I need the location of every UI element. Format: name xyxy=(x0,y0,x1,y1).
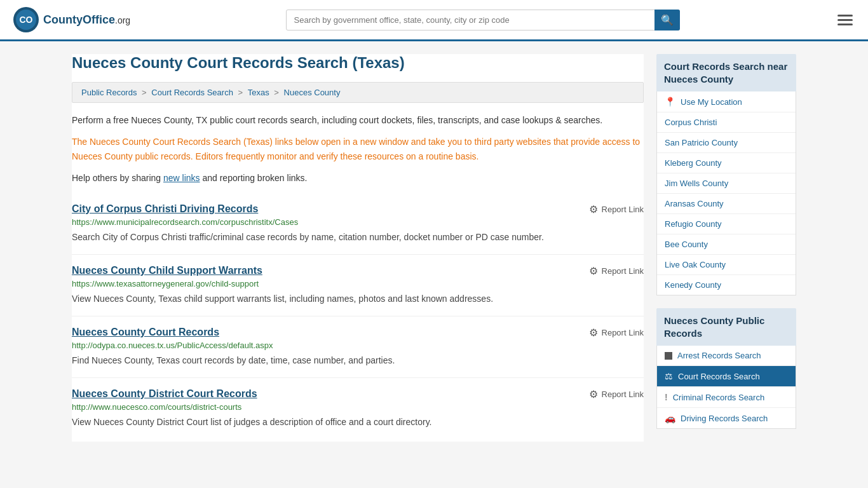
result-title-1[interactable]: City of Corpus Christi Driving Records xyxy=(72,203,258,215)
sidebar-item-san-patricio[interactable]: San Patricio County xyxy=(657,133,796,153)
report-icon-3: ⚙ xyxy=(589,327,598,339)
result-url-2: https://www.texasattorneygeneral.gov/chi… xyxy=(72,279,644,288)
sidebar-item-refugio[interactable]: Refugio County xyxy=(657,214,796,234)
search-area: 🔍 xyxy=(286,10,680,30)
sidebar-label-live-oak: Live Oak County xyxy=(665,260,726,269)
sidebar-item-jim-wells[interactable]: Jim Wells County xyxy=(657,173,796,194)
driving-records-label: Driving Records Search xyxy=(681,414,768,423)
breadcrumb: Public Records > Court Records Search > … xyxy=(72,82,644,103)
sidebar-label-kenedy: Kenedy County xyxy=(665,280,721,290)
report-link-2[interactable]: ⚙ Report Link xyxy=(589,265,644,277)
sidebar-item-corpus-christi[interactable]: Corpus Christi xyxy=(657,112,796,133)
sidebar: Court Records Search near Nueces County … xyxy=(656,54,796,442)
result-header-2: Nueces County Child Support Warrants ⚙ R… xyxy=(72,265,644,279)
description-1: Perform a free Nueces County, TX public … xyxy=(72,113,644,127)
report-icon-4: ⚙ xyxy=(589,388,598,400)
use-my-location-label: Use My Location xyxy=(681,97,742,107)
sidebar-label-refugio: Refugio County xyxy=(665,219,722,229)
report-label-2: Report Link xyxy=(602,266,644,276)
report-label-3: Report Link xyxy=(602,328,644,337)
logo-text-area: CountyOffice.org xyxy=(43,13,130,27)
sidebar-label-jim-wells: Jim Wells County xyxy=(665,179,728,188)
breadcrumb-texas[interactable]: Texas xyxy=(248,88,269,97)
menu-bar-2 xyxy=(837,19,853,21)
sidebar-item-kleberg[interactable]: Kleberg County xyxy=(657,153,796,173)
breadcrumb-sep-3: > xyxy=(274,88,281,97)
result-url-3: http://odypa.co.nueces.tx.us/PublicAcces… xyxy=(72,341,644,350)
desc3-after: and reporting broken links. xyxy=(200,173,308,183)
desc2-text: The Nueces County Court Records Search (… xyxy=(72,137,640,161)
sidebar-label-aransas: Aransas County xyxy=(665,199,724,208)
result-header-1: City of Corpus Christi Driving Records ⚙… xyxy=(72,203,644,217)
sidebar-criminal-records[interactable]: ! Criminal Records Search xyxy=(657,387,796,408)
svg-text:CO: CO xyxy=(20,15,33,25)
location-pin-icon: 📍 xyxy=(665,97,675,107)
court-records-label: Court Records Search xyxy=(678,372,760,381)
sidebar-public-records-header: Nueces County Public Records xyxy=(656,308,796,346)
breadcrumb-sep-2: > xyxy=(238,88,245,97)
logo-icon: CO xyxy=(13,6,39,33)
breadcrumb-sep-1: > xyxy=(142,88,149,97)
description-2: The Nueces County Court Records Search (… xyxy=(72,135,644,163)
report-link-3[interactable]: ⚙ Report Link xyxy=(589,327,644,339)
criminal-records-label: Criminal Records Search xyxy=(673,393,765,402)
result-desc-2: View Nueces County, Texas child support … xyxy=(72,292,644,306)
result-title-3[interactable]: Nueces County Court Records xyxy=(72,327,219,338)
sidebar-driving-records[interactable]: 🚗 Driving Records Search xyxy=(657,408,796,428)
result-header-3: Nueces County Court Records ⚙ Report Lin… xyxy=(72,327,644,341)
result-desc-1: Search City of Corpus Christi traffic/cr… xyxy=(72,231,644,244)
sidebar-nearby-header: Court Records Search near Nueces County xyxy=(656,54,796,92)
result-url-4: http://www.nuecesco.com/courts/district-… xyxy=(72,402,644,412)
main-container: Nueces County Court Records Search (Texa… xyxy=(59,41,809,454)
search-input[interactable] xyxy=(286,10,680,30)
result-title-4[interactable]: Nueces County District Court Records xyxy=(72,388,257,400)
description-3: Help others by sharing new links and rep… xyxy=(72,171,644,185)
sidebar-nearby-body: 📍 Use My Location Corpus Christi San Pat… xyxy=(656,92,796,295)
new-links-link[interactable]: new links xyxy=(163,173,200,183)
result-item-4: Nueces County District Court Records ⚙ R… xyxy=(72,378,644,439)
search-icon: 🔍 xyxy=(661,14,674,26)
sidebar-label-bee: Bee County xyxy=(665,240,708,249)
sidebar-court-records[interactable]: ⚖ Court Records Search xyxy=(657,366,796,387)
sidebar-item-bee[interactable]: Bee County xyxy=(657,234,796,255)
logo-text: CountyOffice.org xyxy=(43,13,130,26)
sidebar-item-live-oak[interactable]: Live Oak County xyxy=(657,255,796,275)
sidebar-public-records-section: Nueces County Public Records Arrest Reco… xyxy=(656,308,796,429)
report-link-4[interactable]: ⚙ Report Link xyxy=(589,388,644,400)
header: CO CountyOffice.org 🔍 xyxy=(0,0,868,41)
arrest-records-label: Arrest Records Search xyxy=(677,351,761,360)
hamburger-menu-button[interactable] xyxy=(835,12,855,28)
logo-area: CO CountyOffice.org xyxy=(13,6,130,33)
sidebar-label-corpus-christi: Corpus Christi xyxy=(665,118,717,127)
search-button[interactable]: 🔍 xyxy=(654,10,680,30)
breadcrumb-nueces[interactable]: Nueces County xyxy=(284,88,341,97)
sidebar-arrest-records[interactable]: Arrest Records Search xyxy=(657,346,796,366)
sidebar-item-aransas[interactable]: Aransas County xyxy=(657,194,796,214)
result-desc-4: View Nueces County District Court list o… xyxy=(72,416,644,429)
sidebar-label-kleberg: Kleberg County xyxy=(665,158,722,168)
menu-bar-3 xyxy=(837,24,853,25)
result-url-1: https://www.municipalrecordsearch.com/co… xyxy=(72,217,644,227)
breadcrumb-court-records[interactable]: Court Records Search xyxy=(151,88,233,97)
page-title: Nueces County Court Records Search (Texa… xyxy=(72,54,644,72)
result-item-1: City of Corpus Christi Driving Records ⚙… xyxy=(72,193,644,255)
result-title-2[interactable]: Nueces County Child Support Warrants xyxy=(72,265,262,276)
criminal-records-icon: ! xyxy=(665,392,668,402)
report-icon-1: ⚙ xyxy=(589,203,598,215)
driving-records-icon: 🚗 xyxy=(665,413,675,423)
sidebar-use-my-location[interactable]: 📍 Use My Location xyxy=(657,92,796,112)
breadcrumb-public-records[interactable]: Public Records xyxy=(81,88,137,97)
result-item-2: Nueces County Child Support Warrants ⚙ R… xyxy=(72,255,644,316)
desc3-before: Help others by sharing xyxy=(72,173,163,183)
sidebar-item-kenedy[interactable]: Kenedy County xyxy=(657,275,796,295)
result-desc-3: Find Nueces County, Texas court records … xyxy=(72,354,644,367)
report-label-1: Report Link xyxy=(602,205,644,214)
sidebar-nearby-section: Court Records Search near Nueces County … xyxy=(656,54,796,295)
report-link-1[interactable]: ⚙ Report Link xyxy=(589,203,644,215)
content-area: Nueces County Court Records Search (Texa… xyxy=(72,54,644,442)
arrest-records-icon xyxy=(665,352,672,360)
sidebar-label-san-patricio: San Patricio County xyxy=(665,138,738,147)
result-header-4: Nueces County District Court Records ⚙ R… xyxy=(72,388,644,402)
results-list: City of Corpus Christi Driving Records ⚙… xyxy=(72,193,644,439)
result-item-3: Nueces County Court Records ⚙ Report Lin… xyxy=(72,316,644,378)
